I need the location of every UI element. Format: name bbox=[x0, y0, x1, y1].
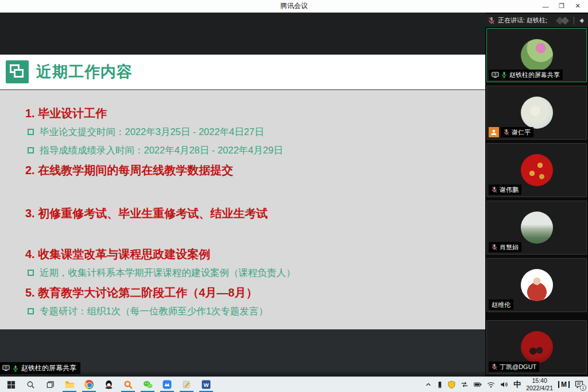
taskbar-search-button[interactable] bbox=[21, 377, 40, 392]
mic-muted-icon bbox=[504, 129, 509, 136]
slide-heading: 5. 教育教学大讨论第二阶段工作（4月—8月） bbox=[25, 285, 474, 301]
participant-tile[interactable]: 谢伟鹏 bbox=[486, 143, 587, 197]
participant-avatar bbox=[521, 39, 553, 71]
screen-share-status-text: 赵铁柱的屏幕共享 bbox=[21, 363, 76, 373]
participant-tile[interactable]: 谢仁平 bbox=[486, 86, 587, 140]
slide-bullet-item: 近期，收集计科系本学期开课课程的建设案例（课程负责人） bbox=[25, 266, 474, 280]
participant-tile[interactable]: 赵铁柱的屏幕共享 bbox=[486, 28, 587, 82]
start-button[interactable] bbox=[1, 377, 21, 392]
qq-button[interactable] bbox=[99, 377, 118, 392]
square-bullet-icon bbox=[28, 270, 34, 276]
file-explorer-icon bbox=[65, 381, 75, 389]
word-button[interactable]: W bbox=[196, 377, 216, 392]
window-controls: — ❐ ✕ bbox=[537, 0, 586, 12]
slide-heading: 3. 初修重修考试、毕业生重修考试、结业生考试 bbox=[25, 205, 474, 222]
search-icon bbox=[26, 381, 35, 389]
slide-header: 近期工作内容 bbox=[0, 55, 485, 90]
word-icon: W bbox=[202, 380, 211, 389]
participant-tile[interactable]: 肖慧娟 bbox=[486, 201, 587, 255]
ime-language-indicator[interactable]: 中 bbox=[513, 379, 521, 390]
mic-on-icon bbox=[13, 365, 18, 372]
windows-taskbar: W 中 15:402022/4/21 M 1 bbox=[0, 376, 588, 392]
screen-share-icon bbox=[492, 72, 499, 78]
square-bullet-icon bbox=[28, 308, 34, 314]
participant-avatar bbox=[521, 269, 553, 301]
qq-penguin-icon bbox=[105, 380, 113, 389]
collapse-sidebar-arrow-icon[interactable] bbox=[577, 17, 585, 25]
task-view-button[interactable] bbox=[40, 377, 60, 392]
action-center-button[interactable]: 1 bbox=[575, 381, 583, 389]
minimize-button[interactable]: — bbox=[537, 0, 554, 12]
hidden-icons-chevron[interactable] bbox=[425, 381, 432, 388]
orange-magnifier-icon bbox=[123, 380, 133, 389]
clock-time: 15:40 bbox=[532, 377, 547, 384]
slide-title: 近期工作内容 bbox=[36, 62, 133, 82]
slide-heading: 2. 在线教学期间的每周在线教学数据提交 bbox=[25, 162, 474, 179]
volume-icon[interactable] bbox=[500, 381, 508, 388]
tencent-meeting-icon bbox=[163, 380, 172, 389]
tencent-meeting-window: 腾讯会议 — ❐ ✕ 近期工作内容 1. 毕业设计工作毕业论文提交时间：2022… bbox=[0, 0, 588, 392]
window-title: 腾讯会议 bbox=[280, 1, 308, 11]
wechat-icon bbox=[143, 381, 153, 389]
mic-muted-icon bbox=[488, 17, 495, 25]
participant-name-tag: 赵铁柱的屏幕共享 bbox=[489, 70, 563, 80]
wifi-icon[interactable] bbox=[487, 382, 495, 388]
slide-heading: 4. 收集课堂改革与课程思政建设案例 bbox=[25, 246, 474, 263]
divider bbox=[574, 17, 574, 25]
mic-muted-icon bbox=[492, 363, 497, 370]
member-badge bbox=[489, 127, 499, 137]
ime-mode-icon[interactable]: M bbox=[558, 381, 570, 388]
participant-name-tag: 谢伟鹏 bbox=[489, 185, 521, 195]
square-bullet-icon bbox=[28, 147, 34, 153]
wechat-button[interactable] bbox=[138, 377, 157, 392]
close-button[interactable]: ✕ bbox=[570, 0, 586, 12]
mic-on-icon bbox=[501, 71, 507, 78]
person-icon bbox=[490, 129, 497, 136]
notification-count-badge: 1 bbox=[580, 385, 586, 391]
chrome-button[interactable] bbox=[79, 377, 99, 392]
participant-tile[interactable]: 赵维伦 bbox=[486, 258, 587, 312]
speaking-indicator-bar: 正在讲话: 赵铁柱; bbox=[485, 14, 588, 27]
slide-bullet-item: 指导成绩成绩录入时间：2022年4月28日 - 2022年4月29日 bbox=[25, 144, 474, 157]
notes-app-button[interactable] bbox=[177, 377, 196, 392]
slide-heading: 1. 毕业设计工作 bbox=[25, 105, 474, 122]
speaking-now-text: 正在讲话: 赵铁柱; bbox=[498, 16, 547, 25]
screen-share-status-label: 赵铁柱的屏幕共享 bbox=[0, 362, 80, 374]
participant-avatar bbox=[521, 331, 553, 363]
participant-name-tag: 肖慧娟 bbox=[489, 242, 521, 252]
screen-share-view: 近期工作内容 1. 毕业设计工作毕业论文提交时间：2022年3月25日 - 20… bbox=[0, 13, 485, 376]
usb-device-icon[interactable] bbox=[437, 381, 443, 389]
participant-avatar bbox=[521, 97, 553, 129]
window-titlebar: 腾讯会议 — ❐ ✕ bbox=[0, 0, 588, 13]
slide-bullet-item: 专题研讨：组织1次（每一位教师至少作1次专题发言） bbox=[25, 305, 474, 318]
participant-tile[interactable]: 丁凯@DGUT bbox=[486, 320, 587, 374]
participant-name-tag: 谢仁平 bbox=[501, 127, 533, 137]
security-shield-icon[interactable] bbox=[448, 381, 455, 389]
slide-top-margin bbox=[0, 13, 485, 55]
square-bullet-icon bbox=[28, 129, 34, 135]
slide-logo-icon bbox=[6, 60, 29, 83]
participant-name-tag: 赵维伦 bbox=[489, 299, 513, 310]
layout-toggle-icon[interactable] bbox=[556, 17, 571, 25]
sogou-search-button[interactable] bbox=[118, 377, 138, 392]
network-activity-icon[interactable] bbox=[461, 381, 469, 388]
mic-muted-icon bbox=[492, 244, 497, 251]
participant-name-tag: 丁凯@DGUT bbox=[489, 362, 539, 372]
maximize-button[interactable]: ❐ bbox=[554, 0, 570, 12]
clock-date: 2022/4/21 bbox=[526, 385, 553, 391]
tencent-meeting-button[interactable] bbox=[157, 377, 177, 392]
windows-logo-icon bbox=[7, 381, 16, 389]
screen-share-icon bbox=[2, 365, 10, 371]
participant-avatar bbox=[521, 154, 553, 186]
task-view-icon bbox=[46, 381, 55, 389]
taskbar-clock[interactable]: 15:402022/4/21 bbox=[526, 377, 553, 391]
notes-pencil-icon bbox=[182, 380, 191, 389]
slide-content: 1. 毕业设计工作毕业论文提交时间：2022年3月25日 - 2022年4日27… bbox=[0, 90, 485, 329]
svg-text:W: W bbox=[204, 382, 209, 388]
mic-muted-icon bbox=[492, 186, 497, 193]
participant-avatar bbox=[521, 212, 553, 244]
slide-bullet-item: 毕业论文提交时间：2022年3月25日 - 2022年4日27日 bbox=[25, 125, 474, 139]
participant-tiles: 赵铁柱的屏幕共享 谢仁平 谢伟鹏 bbox=[486, 28, 587, 374]
battery-icon[interactable] bbox=[474, 382, 482, 387]
file-explorer-button[interactable] bbox=[60, 377, 79, 392]
